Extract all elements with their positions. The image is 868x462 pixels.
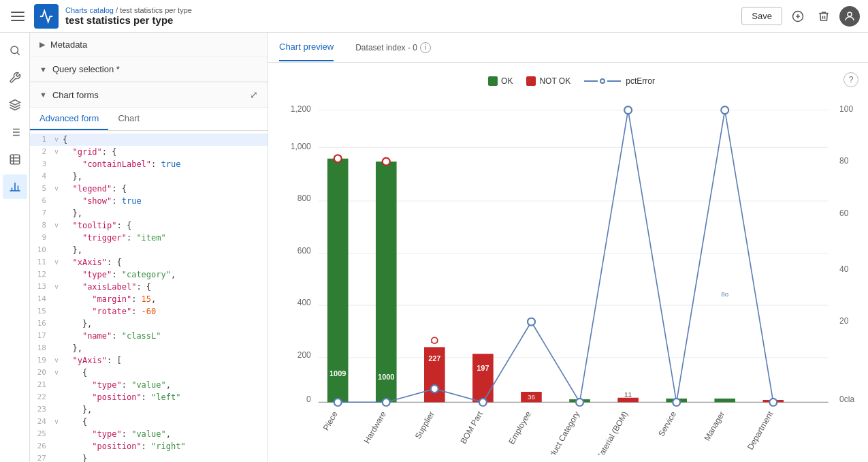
xlabel-bom: Bill of Material (BOM) [583,410,630,455]
svg-point-42 [334,155,342,162]
chart-legend: OK NOT OK pctError [289,76,854,86]
chart-svg: 1,200 1,000 800 600 400 200 0 100 80 60 … [289,97,854,455]
code-line-1[interactable]: 1v{ [30,134,268,146]
chart-forms-label: Chart forms [52,90,99,100]
code-line-27[interactable]: 27 } [30,452,268,462]
line-toggle[interactable]: v [52,183,61,195]
code-line-17[interactable]: 17 "name": "classL" [30,330,268,342]
code-line-5[interactable]: 5v "legend": { [30,183,268,195]
sidebar-icon-table[interactable] [3,147,27,172]
line-number: 5 [30,183,52,195]
line-toggle [52,232,61,244]
code-line-20[interactable]: 20v { [30,367,268,379]
line-toggle[interactable]: v [52,367,61,379]
line-toggle[interactable]: v [52,354,61,367]
line-toggle[interactable]: v [52,134,61,146]
chart-forms-header[interactable]: ▼ Chart forms ⤢ [30,82,268,108]
code-line-11[interactable]: 11v "xAxis": { [30,256,268,268]
sidebar-icon-list[interactable] [3,120,27,144]
code-line-8[interactable]: 8v "tooltip": { [30,219,268,232]
line-toggle [52,293,61,305]
query-selection-chevron: ▼ [39,65,47,74]
line-number: 12 [30,268,52,281]
pct-dot-department [769,399,777,406]
line-number: 24 [30,416,52,428]
breadcrumb-link[interactable]: Charts catalog [65,6,114,14]
code-line-12[interactable]: 12 "type": "category", [30,268,268,281]
svg-text:1000: 1000 [378,373,394,381]
menu-icon[interactable] [8,7,27,26]
topbar-actions: Save [741,6,860,27]
line-toggle[interactable]: v [52,281,61,293]
code-line-19[interactable]: 19v "yAxis": [ [30,354,268,367]
save-button[interactable]: Save [741,7,782,25]
sidebar-icon-tools[interactable] [3,65,27,90]
line-toggle [52,244,61,256]
metadata-section[interactable]: ▶ Metadata [30,33,268,57]
line-toggle[interactable]: v [52,416,61,428]
code-line-23[interactable]: 23 }, [30,403,268,416]
legend-not-ok-dot [526,76,536,86]
code-line-2[interactable]: 2v "grid": { [30,146,268,158]
form-tabs: Advanced form Chart [30,108,268,131]
tab-advanced-form[interactable]: Advanced form [30,108,108,130]
line-number: 10 [30,244,52,256]
svg-point-47 [432,337,438,343]
code-line-10[interactable]: 10 }, [30,244,268,256]
line-content: "containLabel": true [61,158,268,170]
help-icon[interactable]: ? [843,72,858,87]
dataset-info-icon[interactable]: i [420,42,431,53]
line-toggle [52,391,61,403]
code-line-3[interactable]: 3 "containLabel": true [30,158,268,170]
xlabel-productcat: Product Category [541,410,581,455]
code-editor[interactable]: 1v{2v "grid": {3 "containLabel": true4 }… [30,131,268,462]
legend-pct-line [584,80,598,82]
delete-icon-button[interactable] [814,6,834,27]
legend-pct-error: pctError [584,76,655,86]
bar-piece-ok [327,159,349,403]
line-toggle[interactable]: v [52,219,61,232]
sidebar-icon-chart[interactable] [3,174,27,199]
code-line-24[interactable]: 24v { [30,416,268,428]
tab-chart-preview[interactable]: Chart preview [279,33,334,61]
query-selection-section[interactable]: ▼ Query selection * [30,57,268,82]
pct-dot-hardware [383,399,390,406]
svg-text:400: 400 [298,298,311,307]
code-line-26[interactable]: 26 "position": "right" [30,440,268,452]
user-avatar[interactable] [839,6,860,27]
line-number: 25 [30,428,52,440]
bar-bompart-not-ok [472,354,494,402]
expand-icon[interactable]: ⤢ [250,89,258,100]
pct-error-line [338,110,773,403]
add-icon-button[interactable] [788,6,808,27]
pct-dot-productcat [576,399,583,406]
code-line-18[interactable]: 18 }, [30,342,268,354]
code-line-4[interactable]: 4 }, [30,170,268,183]
chart-forms-section: ▼ Chart forms ⤢ Advanced form Chart 1v{2… [30,82,268,462]
code-line-21[interactable]: 21 "type": "value", [30,379,268,391]
line-content: "margin": 15, [61,293,268,305]
line-toggle[interactable]: v [52,146,61,158]
chart-canvas: OK NOT OK pctError 1,200 1,00 [268,63,868,462]
sidebar-icon-search[interactable] [3,38,27,63]
line-toggle[interactable]: v [52,256,61,268]
tab-chart[interactable]: Chart [108,108,149,130]
code-line-6[interactable]: 6 "show": true [30,195,268,207]
line-content: { [61,367,268,379]
svg-text:800: 800 [298,194,311,203]
code-line-25[interactable]: 25 "type": "value", [30,428,268,440]
line-toggle [52,342,61,354]
svg-text:11: 11 [624,390,632,398]
pct-dot-manager [721,106,728,114]
code-line-7[interactable]: 7 }, [30,207,268,219]
line-toggle [52,318,61,330]
code-line-14[interactable]: 14 "margin": 15, [30,293,268,305]
sidebar-icon-layers[interactable] [3,93,27,117]
code-line-15[interactable]: 15 "rotate": -60 [30,305,268,318]
code-line-13[interactable]: 13v "axisLabel": { [30,281,268,293]
line-toggle [52,170,61,183]
code-line-22[interactable]: 22 "position": "left" [30,391,268,403]
line-content: "xAxis": { [61,256,268,268]
code-line-16[interactable]: 16 }, [30,318,268,330]
code-line-9[interactable]: 9 "trigger": "item" [30,232,268,244]
